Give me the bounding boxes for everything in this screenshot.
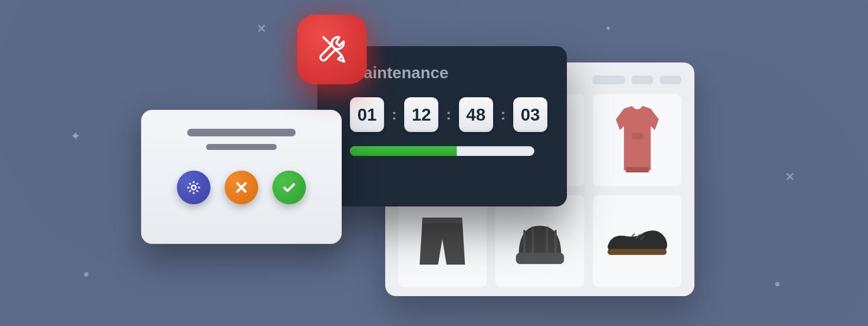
svg-rect-8 <box>608 249 667 255</box>
countdown-hours: 12 <box>404 97 438 132</box>
tools-icon <box>312 30 352 69</box>
nav-chip <box>592 76 625 84</box>
svg-point-9 <box>192 185 196 190</box>
confirm-button[interactable] <box>272 171 306 204</box>
cancel-button[interactable] <box>225 171 258 204</box>
countdown-separator: : <box>501 106 506 123</box>
countdown-timer: 01 : 12 : 48 : 03 <box>350 97 547 132</box>
dialog-title-placeholder <box>187 129 296 136</box>
svg-rect-1 <box>631 133 642 139</box>
beanie-icon <box>505 213 576 270</box>
nav-chip <box>660 76 681 84</box>
product-tile-beanie[interactable] <box>495 195 584 287</box>
progress-bar <box>350 146 534 156</box>
product-tile-sweater[interactable] <box>593 94 681 186</box>
gear-icon <box>186 179 202 196</box>
countdown-days: 01 <box>350 97 384 132</box>
shorts-icon <box>407 209 478 273</box>
countdown-seconds: 03 <box>513 97 547 132</box>
product-tile-shorts[interactable] <box>398 195 487 287</box>
sweater-icon <box>604 103 671 177</box>
settings-button[interactable] <box>177 171 210 204</box>
svg-rect-3 <box>516 253 564 264</box>
check-icon <box>281 179 297 196</box>
dialog-actions <box>177 171 306 204</box>
tools-badge <box>297 15 367 84</box>
shoe-icon <box>602 221 673 262</box>
nav-chip <box>631 76 653 84</box>
dialog-subtitle-placeholder <box>206 144 277 150</box>
progress-fill <box>350 146 457 156</box>
maintenance-title: Maintenance <box>350 64 547 82</box>
svg-rect-0 <box>626 167 648 172</box>
countdown-separator: : <box>446 106 451 123</box>
countdown-separator: : <box>392 106 397 123</box>
dialog-card <box>141 110 342 244</box>
product-tile-shoe[interactable] <box>593 195 681 287</box>
close-icon <box>233 179 250 196</box>
countdown-minutes: 48 <box>459 97 493 132</box>
svg-rect-2 <box>423 218 462 223</box>
